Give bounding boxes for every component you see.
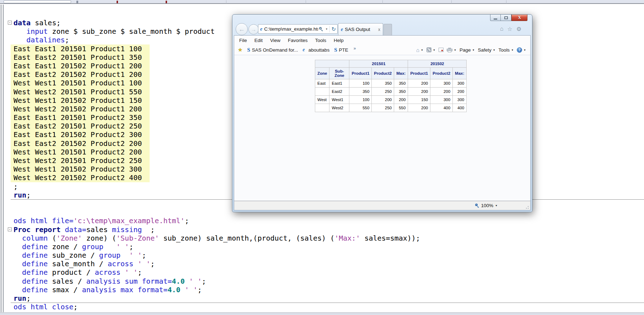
code-line[interactable]: East East1 201502 Product1 200 <box>11 62 150 70</box>
code-line[interactable]: West West1 201501 Product1 100 <box>11 79 150 87</box>
chevron-down-icon[interactable]: ▼ <box>495 204 498 207</box>
code-line[interactable]: East East2 201502 Product2 200 <box>11 139 150 148</box>
menu-tools[interactable]: Tools <box>315 38 327 43</box>
code-line[interactable]: East East1 201501 Product2 350 <box>11 113 150 122</box>
favorite-pte[interactable]: S PTE <box>334 47 348 53</box>
code-line[interactable]: West West2 201501 Product2 250 <box>11 156 150 165</box>
maximize-button[interactable] <box>501 15 511 21</box>
help-menu-button[interactable]: ? ▼ <box>517 47 526 53</box>
favorite-abouttabs[interactable]: e abouttabs <box>303 47 330 53</box>
code-line[interactable]: West West2 201501 Product1 550 <box>11 88 150 96</box>
home-icon[interactable]: ⌂ <box>500 26 504 32</box>
code-line[interactable]: datalines; <box>14 36 69 44</box>
fold-toggle-icon[interactable]: - <box>8 21 12 25</box>
menu-view[interactable]: View <box>270 38 280 43</box>
code-line[interactable]: define sales / analysis sum format=4.0 '… <box>14 277 206 285</box>
editor-bottom-scrollbar[interactable] <box>0 313 644 315</box>
tab-sas-output[interactable]: e SAS Output x <box>338 23 383 35</box>
close-button[interactable]: X <box>511 15 527 21</box>
code-token: across <box>95 268 120 277</box>
home-menu-button[interactable]: ⌂ ▼ <box>416 47 423 53</box>
address-dropdown-icon[interactable]: ▼ <box>325 28 328 30</box>
fold-toggle-icon[interactable]: - <box>8 227 12 231</box>
cell-value: 300 <box>453 96 467 104</box>
menu-help[interactable]: Help <box>334 38 344 43</box>
menu-favorites[interactable]: Favorites <box>288 38 308 43</box>
resize-grip[interactable] <box>525 205 529 209</box>
code-line[interactable]: run; <box>14 294 31 303</box>
overflow-chevron-icon[interactable]: » <box>354 46 356 51</box>
code-token <box>14 242 22 251</box>
code-line[interactable]: define smax / analysis max format=4.0 ' … <box>14 285 202 294</box>
code-line[interactable]: define sub_zone / group ' '; <box>14 251 146 259</box>
code-token: ' ' <box>189 277 202 285</box>
code-token: 'Sub-Zone' <box>116 234 159 242</box>
code-line[interactable]: East East2 201501 Product2 250 <box>11 122 150 130</box>
code-token: zone / <box>48 242 82 251</box>
code-line[interactable]: West West1 201501 Product2 200 <box>11 148 150 156</box>
code-line[interactable]: column ('Zone' zone) ('Sub-Zone' sub_zon… <box>14 234 420 242</box>
code-line[interactable]: East East1 201501 Product1 100 <box>11 44 150 53</box>
code-line[interactable]: ; <box>14 182 18 191</box>
code-line[interactable]: West West1 201502 Product2 300 <box>11 165 150 173</box>
code-line[interactable]: define zone / group ' '; <box>14 242 133 251</box>
code-line[interactable]: West West1 201502 Product1 150 <box>11 96 150 105</box>
feeds-button[interactable]: ▼ <box>426 47 435 52</box>
print-button[interactable]: ▼ <box>447 48 456 52</box>
add-favorite-button[interactable]: ★ <box>238 47 242 53</box>
code-line[interactable]: West West2 201502 Product1 200 <box>11 105 150 113</box>
gear-icon[interactable]: ⚙ <box>516 26 521 32</box>
code-line[interactable]: define product / across ' '; <box>14 268 142 277</box>
zoom-level: 100% <box>481 203 494 208</box>
back-arrow-icon: ← <box>238 26 245 33</box>
safety-menu-button[interactable]: Safety ▼ <box>478 47 495 53</box>
favorite-sas-ondemand[interactable]: S SAS OnDemand for... <box>247 47 298 53</box>
code-token: define <box>22 277 48 285</box>
code-line[interactable]: West West2 201502 Product2 400 <box>11 173 150 182</box>
code-line[interactable]: -data sales; <box>14 19 60 27</box>
code-line[interactable]: ods html close; <box>14 303 78 311</box>
minimize-icon <box>494 19 497 20</box>
code-line[interactable]: run; <box>14 191 31 199</box>
code-token: ; <box>26 191 31 199</box>
code-token: define <box>22 242 48 251</box>
search-icon[interactable] <box>319 27 323 31</box>
code-token: format= <box>142 277 172 285</box>
code-line[interactable]: East East2 201502 Product1 200 <box>11 70 150 79</box>
ie-window: X ← → e C:\temp\max_example.html ▼ ↻ e S… <box>232 14 532 212</box>
sas-output-table: 201501 201502 Zone Sub-Zone Product1 Pro… <box>315 60 467 112</box>
code-token: West West1 201502 Product1 150 <box>14 96 142 105</box>
address-bar[interactable]: e C:\temp\max_example.html ▼ ↻ <box>258 24 338 34</box>
cell-value: 300 <box>430 79 453 88</box>
code-line[interactable]: -Proc report data=sales missing ; <box>14 225 155 234</box>
section-divider-2 <box>11 303 644 303</box>
refresh-icon[interactable]: ↻ <box>331 26 336 32</box>
forward-arrow-icon: → <box>251 26 256 32</box>
code-line[interactable]: ods html file='c:\temp\max_example.html'… <box>14 216 189 225</box>
tab-close-icon[interactable]: x <box>378 27 380 32</box>
new-tab-button[interactable] <box>383 24 392 35</box>
toolbar-input[interactable] <box>4 0 71 3</box>
code-token: ' ' <box>116 242 129 251</box>
address-url[interactable]: C:\temp\max_example.html <box>264 26 318 32</box>
minimize-button[interactable] <box>490 15 501 21</box>
code-line[interactable]: input zone $ sub_zone $ sale_month $ pro… <box>14 27 215 36</box>
back-button[interactable]: ← <box>236 23 248 35</box>
favorites-star-icon[interactable]: ☆ <box>507 26 512 32</box>
code-line[interactable]: East East1 201502 Product2 300 <box>11 130 150 139</box>
code-token <box>14 277 22 285</box>
code-token: East East1 201501 Product1 100 <box>14 44 142 53</box>
code-line[interactable]: East East2 201501 Product1 350 <box>11 53 150 62</box>
page-menu-button[interactable]: Page ▼ <box>460 47 474 53</box>
read-mail-button[interactable] <box>439 48 444 52</box>
cell-value: 200 <box>372 96 394 104</box>
zoom-control[interactable]: + 100% ▼ <box>475 203 498 208</box>
cell-value: 200 <box>453 88 467 96</box>
menu-file[interactable]: File <box>239 38 247 43</box>
code-line[interactable]: define sale_month / across ' '; <box>14 259 155 268</box>
code-token <box>14 268 22 277</box>
toolbar-separator <box>306 0 306 4</box>
forward-button[interactable]: → <box>248 24 259 35</box>
menu-edit[interactable]: Edit <box>254 38 263 43</box>
tools-menu-button[interactable]: Tools ▼ <box>499 47 514 53</box>
